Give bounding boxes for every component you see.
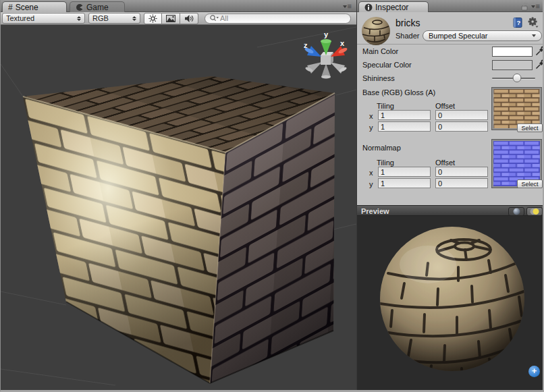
search-input[interactable]	[220, 14, 328, 22]
game-icon	[76, 3, 84, 11]
material-ball-thumbnail[interactable]	[361, 16, 391, 46]
help-book-icon[interactable]: ?	[512, 17, 523, 28]
light-icon	[529, 208, 540, 215]
main-color-swatch[interactable]	[492, 47, 533, 57]
color-mode-dropdown[interactable]: RGB	[88, 13, 140, 24]
dropdown-arrows-icon	[77, 16, 81, 21]
tab-scene[interactable]: # Scene	[2, 1, 67, 12]
normal-y-tiling-field[interactable]	[378, 178, 431, 188]
shader-value: Bumped Specular	[429, 32, 487, 40]
image-icon	[166, 15, 175, 22]
base-select-button[interactable]: Select	[517, 123, 543, 132]
inspector-tabbar: Inspector ≡	[357, 0, 544, 12]
gizmo-x-label[interactable]: x	[340, 39, 345, 47]
scene-3d-view: y x z	[1, 25, 356, 390]
tab-scene-label: Scene	[16, 3, 38, 12]
gizmo-z-label[interactable]: z	[304, 41, 308, 49]
sun-icon	[148, 14, 157, 23]
info-icon	[364, 3, 373, 11]
sphere-icon	[513, 208, 520, 215]
skybox-toggle-button[interactable]	[162, 13, 180, 24]
base-y-offset-field[interactable]	[435, 121, 488, 132]
normal-x-tiling-field[interactable]	[378, 167, 431, 177]
render-mode-dropdown[interactable]: Textured	[2, 13, 85, 24]
base-x-label: x	[369, 112, 373, 120]
normal-tiling-header: Tiling	[377, 159, 394, 167]
scene-panel-menu-icon[interactable]: ≡	[343, 3, 352, 9]
dropdown-arrows-icon	[132, 16, 136, 21]
svg-text:?: ?	[517, 19, 521, 26]
base-tiling-header: Tiling	[377, 102, 394, 110]
normal-x-label: x	[369, 169, 373, 177]
add-icon[interactable]: +	[528, 366, 540, 377]
render-mode-value: Textured	[6, 14, 34, 22]
normal-y-label: y	[369, 180, 373, 188]
eyedropper-icon[interactable]	[535, 59, 544, 70]
unity-editor-window: # Scene Game ≡ Textured RGB	[0, 0, 544, 392]
base-map-label: Base (RGB) Gloss (A)	[362, 88, 435, 96]
normal-y-offset-field[interactable]	[435, 178, 488, 188]
lock-icon[interactable]	[520, 2, 528, 11]
specular-color-label: Specular Color	[362, 61, 412, 69]
inspector-panel: Inspector ≡	[356, 0, 543, 390]
scene-grid-icon: #	[8, 3, 13, 12]
gear-icon[interactable]	[527, 17, 539, 28]
speaker-icon	[184, 14, 194, 23]
preview-light-toggle[interactable]	[526, 207, 543, 216]
gizmo-y-label[interactable]: y	[324, 30, 329, 38]
lighting-toggle-button[interactable]	[144, 13, 162, 24]
scene-panel: # Scene Game ≡ Textured RGB	[1, 0, 356, 390]
scene-tabbar: # Scene Game ≡	[1, 0, 356, 12]
tab-game-label: Game	[86, 3, 109, 12]
material-preview-viewport[interactable]: +	[357, 216, 544, 390]
scene-toolbar: Textured RGB	[1, 12, 356, 25]
color-mode-value: RGB	[92, 14, 109, 22]
scene-viewport[interactable]: y x z	[1, 25, 356, 390]
material-header: bricks Shader Bumped Specular ?	[357, 12, 544, 45]
shader-label: Shader	[396, 32, 419, 40]
tab-inspector-label: Inspector	[375, 3, 408, 12]
preview-header[interactable]: Preview	[357, 205, 544, 216]
tab-game[interactable]: Game	[70, 1, 125, 12]
shininess-slider-handle[interactable]	[513, 74, 522, 82]
base-offset-header: Offset	[435, 102, 455, 110]
normalmap-label: Normalmap	[362, 144, 401, 152]
shader-dropdown[interactable]: Bumped Specular	[423, 30, 542, 41]
preview-title: Preview	[361, 207, 389, 215]
normal-x-offset-field[interactable]	[435, 167, 488, 177]
tab-inspector[interactable]: Inspector	[358, 1, 429, 12]
base-y-label: y	[369, 123, 373, 132]
normalmap-select-button[interactable]: Select	[517, 179, 543, 188]
shininess-label: Shininess	[362, 74, 395, 82]
base-x-offset-field[interactable]	[435, 110, 488, 120]
audio-toggle-button[interactable]	[180, 13, 198, 24]
specular-color-swatch[interactable]	[492, 60, 533, 70]
scene-orientation-gizmo[interactable]: y x z	[304, 30, 348, 79]
preview-mesh-button[interactable]	[508, 207, 524, 216]
scene-search-field[interactable]	[205, 13, 351, 24]
shininess-slider[interactable]	[491, 73, 537, 83]
search-icon	[209, 14, 219, 22]
brick-cube[interactable]	[23, 76, 335, 383]
main-color-label: Main Color	[362, 47, 398, 55]
normal-offset-header: Offset	[435, 159, 455, 167]
preview-sphere	[357, 216, 544, 390]
inspector-panel-menu-icon[interactable]: ≡	[531, 3, 540, 9]
eyedropper-icon[interactable]	[535, 46, 544, 57]
base-y-tiling-field[interactable]	[378, 121, 431, 132]
chevron-down-icon	[532, 34, 536, 37]
base-x-tiling-field[interactable]	[378, 110, 431, 120]
material-name: bricks	[396, 18, 420, 28]
